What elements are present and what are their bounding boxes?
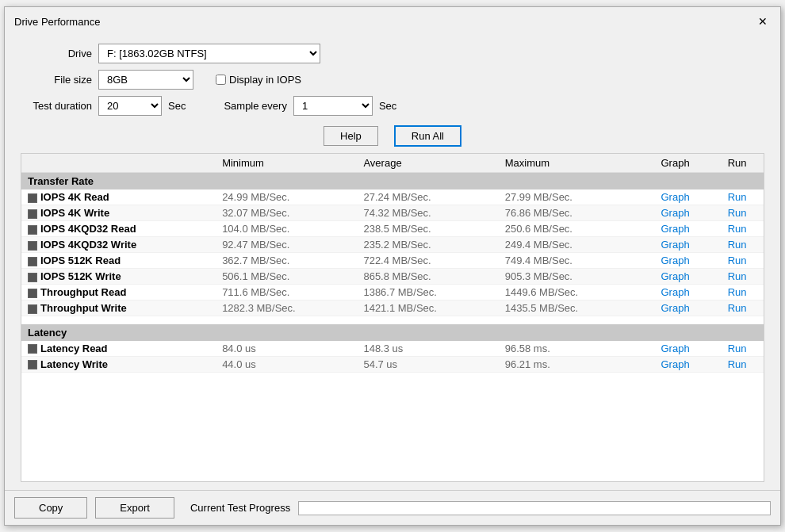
section-header-1: Latency: [21, 324, 764, 341]
table-row: Latency Read84.0 us148.3 us96.58 ms.Grap…: [21, 341, 764, 357]
run-link[interactable]: Run: [710, 237, 764, 253]
row-icon: [28, 209, 37, 219]
display-iops-checkbox[interactable]: [216, 75, 226, 85]
run-link[interactable]: Run: [710, 253, 764, 269]
run-link[interactable]: Run: [710, 269, 764, 285]
duration-label: Test duration: [21, 100, 92, 112]
row-maximum: 249.4 MB/Sec.: [499, 237, 640, 253]
progress-label: Current Test Progress: [190, 502, 290, 514]
row-average: 865.8 MB/Sec.: [357, 269, 498, 285]
row-icon: [28, 241, 37, 251]
row-name: IOPS 512K Read: [40, 255, 121, 266]
help-button[interactable]: Help: [324, 126, 378, 146]
graph-link[interactable]: Graph: [640, 189, 710, 205]
row-minimum: 711.6 MB/Sec.: [216, 285, 357, 300]
row-average: 722.4 MB/Sec.: [357, 253, 498, 269]
run-link[interactable]: Run: [710, 285, 764, 300]
row-average: 148.3 us: [357, 341, 498, 357]
row-maximum: 27.99 MB/Sec.: [499, 189, 640, 205]
table-row: IOPS 512K Read362.7 MB/Sec.722.4 MB/Sec.…: [21, 253, 764, 269]
col-name-header: [21, 154, 216, 173]
run-link[interactable]: Run: [710, 356, 764, 372]
row-maximum: 96.58 ms.: [499, 341, 640, 357]
copy-button[interactable]: Copy: [14, 497, 87, 519]
drive-row: Drive F: [1863.02GB NTFS]: [21, 44, 764, 63]
row-maximum: 1435.5 MB/Sec.: [499, 300, 640, 316]
row-name: Throughput Read: [40, 286, 126, 298]
run-link[interactable]: Run: [710, 205, 764, 221]
row-name: Latency Read: [40, 343, 108, 354]
form-section: Drive F: [1863.02GB NTFS] File size 8GB …: [21, 44, 764, 147]
title-bar: Drive Performance ✕: [5, 7, 780, 36]
row-minimum: 24.99 MB/Sec.: [216, 189, 357, 205]
row-icon: [28, 360, 37, 369]
row-icon: [28, 225, 37, 235]
run-all-button[interactable]: Run All: [394, 125, 461, 147]
row-maximum: 250.6 MB/Sec.: [499, 221, 640, 237]
sample-label: Sample every: [224, 100, 286, 112]
row-minimum: 84.0 us: [216, 341, 357, 357]
main-content: Drive F: [1863.02GB NTFS] File size 8GB …: [5, 36, 780, 490]
sample-select[interactable]: 1 2 5 10: [293, 96, 373, 116]
row-average: 54.7 us: [357, 356, 498, 372]
col-average-header: Average: [357, 154, 498, 173]
run-link[interactable]: Run: [710, 221, 764, 237]
filesize-select[interactable]: 8GB 1GB 4GB 16GB: [98, 70, 193, 90]
bottom-bar: Copy Export Current Test Progress: [5, 490, 780, 525]
run-link[interactable]: Run: [710, 300, 764, 316]
table-row: IOPS 4KQD32 Read104.0 MB/Sec.238.5 MB/Se…: [21, 221, 764, 237]
row-name: Throughput Write: [40, 302, 127, 314]
data-table-container: Minimum Average Maximum Graph Run Transf…: [21, 153, 764, 482]
row-name: IOPS 512K Write: [40, 270, 121, 282]
graph-link[interactable]: Graph: [640, 205, 710, 221]
table-row: IOPS 512K Write506.1 MB/Sec.865.8 MB/Sec…: [21, 269, 764, 285]
export-button[interactable]: Export: [95, 497, 174, 519]
display-iops-label[interactable]: Display in IOPS: [216, 74, 301, 86]
row-average: 27.24 MB/Sec.: [357, 189, 498, 205]
row-icon: [28, 273, 37, 282]
row-name: IOPS 4KQD32 Read: [40, 223, 136, 235]
duration-select[interactable]: 20 10 30 60: [98, 96, 162, 116]
row-maximum: 749.4 MB/Sec.: [499, 253, 640, 269]
row-maximum: 96.21 ms.: [499, 356, 640, 372]
run-link[interactable]: Run: [710, 341, 764, 357]
run-link[interactable]: Run: [710, 189, 764, 205]
drive-label: Drive: [21, 48, 92, 59]
row-icon: [28, 289, 37, 298]
row-name: IOPS 4KQD32 Write: [40, 239, 136, 251]
window-title: Drive Performance: [14, 16, 100, 28]
col-run-header: Run: [710, 154, 764, 173]
row-minimum: 506.1 MB/Sec.: [216, 269, 357, 285]
row-name: Latency Write: [40, 358, 108, 370]
graph-link[interactable]: Graph: [640, 221, 710, 237]
graph-link[interactable]: Graph: [640, 341, 710, 357]
row-average: 238.5 MB/Sec.: [357, 221, 498, 237]
button-row: Help Run All: [21, 125, 764, 147]
sample-unit: Sec: [379, 100, 396, 112]
graph-link[interactable]: Graph: [640, 285, 710, 300]
graph-link[interactable]: Graph: [640, 253, 710, 269]
col-graph-header: Graph: [640, 154, 710, 173]
graph-link[interactable]: Graph: [640, 269, 710, 285]
graph-link[interactable]: Graph: [640, 300, 710, 316]
graph-link[interactable]: Graph: [640, 237, 710, 253]
drive-performance-window: Drive Performance ✕ Drive F: [1863.02GB …: [4, 6, 781, 526]
row-icon: [28, 304, 37, 314]
row-average: 1386.7 MB/Sec.: [357, 285, 498, 300]
row-maximum: 1449.6 MB/Sec.: [499, 285, 640, 300]
close-button[interactable]: ✕: [755, 13, 771, 29]
row-icon: [28, 257, 37, 266]
progress-bar: [298, 501, 771, 515]
row-average: 1421.1 MB/Sec.: [357, 300, 498, 316]
drive-select[interactable]: F: [1863.02GB NTFS]: [98, 44, 320, 63]
row-minimum: 44.0 us: [216, 356, 357, 372]
table-row: Throughput Write1282.3 MB/Sec.1421.1 MB/…: [21, 300, 764, 316]
table-header-row: Minimum Average Maximum Graph Run: [21, 154, 764, 173]
duration-unit: Sec: [168, 100, 186, 112]
row-minimum: 32.07 MB/Sec.: [216, 205, 357, 221]
duration-row: Test duration 20 10 30 60 Sec Sample eve…: [21, 96, 764, 116]
row-minimum: 1282.3 MB/Sec.: [216, 300, 357, 316]
row-icon: [28, 344, 37, 354]
graph-link[interactable]: Graph: [640, 356, 710, 372]
table-row: IOPS 4KQD32 Write92.47 MB/Sec.235.2 MB/S…: [21, 237, 764, 253]
